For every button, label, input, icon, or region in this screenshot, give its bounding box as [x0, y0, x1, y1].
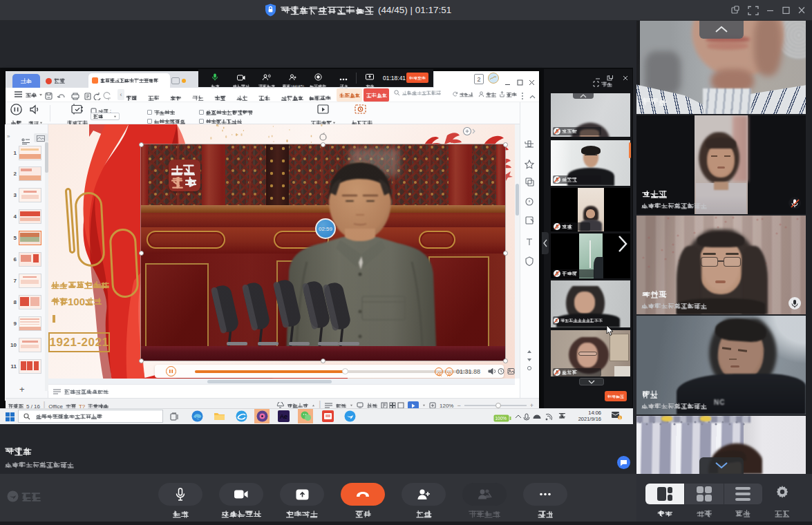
svg-text:1: 1	[619, 416, 621, 420]
svg-text:Ae: Ae	[280, 413, 287, 420]
svg-text:100%: 100%	[495, 416, 507, 421]
